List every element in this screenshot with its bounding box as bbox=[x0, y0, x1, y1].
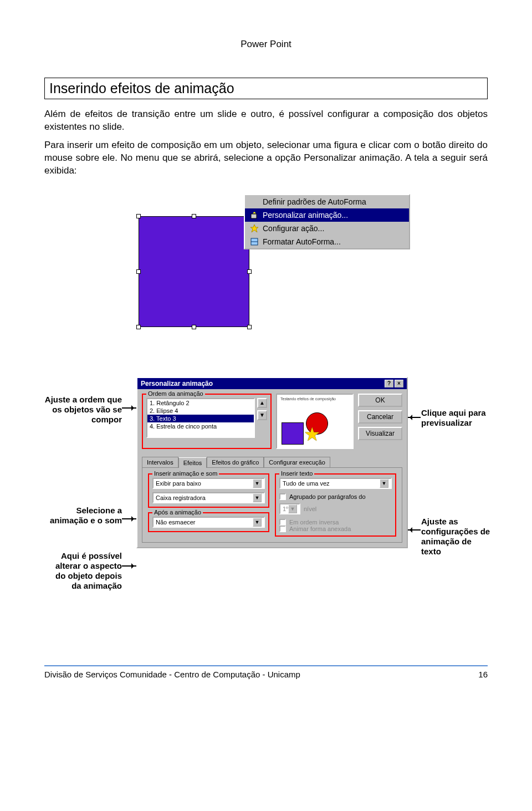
dialog-titlebar[interactable]: Personalizar animação ? × bbox=[137, 378, 407, 389]
level-label: nível bbox=[304, 506, 316, 512]
preview-button[interactable]: Visualizar bbox=[358, 427, 402, 440]
checkbox-label: Animar forma anexada bbox=[289, 526, 351, 532]
dialog-title-text: Personalizar animação bbox=[141, 380, 213, 387]
slide-preview: Testando efeitos de composição ★ bbox=[276, 394, 354, 449]
animation-icon bbox=[249, 210, 259, 220]
combo-value: Não esmaecer bbox=[156, 519, 196, 526]
page-number: 16 bbox=[478, 670, 488, 679]
preview-rectangle-icon bbox=[282, 422, 304, 445]
menu-item-label: Configurar ação... bbox=[263, 224, 324, 233]
annotation-after-animation: Aqui é possível alterar o aspecto do obj… bbox=[44, 551, 122, 591]
resize-handle[interactable] bbox=[136, 325, 141, 329]
resize-handle[interactable] bbox=[136, 214, 141, 218]
after-legend: Após a animação bbox=[152, 509, 203, 516]
group-paragraphs-checkbox[interactable]: Agrupado por parágrafos do bbox=[279, 493, 392, 500]
combo-value: Tudo de uma vez bbox=[283, 480, 330, 487]
menu-item-format-autoshape[interactable]: Formatar AutoForma... bbox=[245, 235, 409, 248]
figure-context-menu: Definir padrões de AutoForma Personaliza… bbox=[116, 194, 416, 344]
effects-pane: Inserir animação e som Exibir para baixo… bbox=[142, 467, 402, 543]
combo-value: Exibir para baixo bbox=[156, 480, 201, 487]
list-item[interactable]: 4. Estrela de cinco ponta bbox=[147, 422, 254, 430]
insert-text-legend: Inserir texto bbox=[279, 470, 314, 477]
ok-button[interactable]: OK bbox=[358, 394, 402, 407]
menu-item-configure-action[interactable]: Configurar ação... bbox=[245, 222, 409, 235]
selected-shape[interactable] bbox=[139, 216, 249, 327]
chevron-down-icon: ▼ bbox=[288, 504, 297, 513]
tab-chart-effects[interactable]: Efeitos do gráfico bbox=[207, 457, 264, 467]
resize-handle[interactable] bbox=[192, 214, 196, 218]
chevron-down-icon[interactable]: ▼ bbox=[253, 493, 262, 502]
footer-text: Divisão de Serviços Comunidade - Centro … bbox=[44, 670, 300, 679]
checkbox-icon bbox=[279, 526, 286, 532]
paragraph-1: Além de efeitos de transição entre um sl… bbox=[44, 108, 488, 134]
animation-combo[interactable]: Exibir para baixo ▼ bbox=[152, 478, 265, 489]
list-item[interactable]: 3. Texto 3 bbox=[147, 415, 254, 422]
menu-item-label: Personalizar animação... bbox=[263, 211, 348, 220]
chevron-down-icon[interactable]: ▼ bbox=[253, 518, 262, 527]
tab-intervals[interactable]: Intervalos bbox=[142, 457, 178, 467]
tab-configure-execution[interactable]: Configurar execução bbox=[264, 457, 330, 467]
checkbox-label: Em ordem inversa bbox=[289, 519, 339, 526]
preview-star-icon: ★ bbox=[304, 426, 320, 442]
sound-combo[interactable]: Caixa registradora ▼ bbox=[152, 492, 265, 503]
page-header: Power Point bbox=[44, 39, 488, 50]
svg-marker-1 bbox=[250, 225, 258, 232]
preview-caption: Testando efeitos de composição bbox=[280, 397, 349, 401]
order-fieldset: Ordem da animação 1. Retângulo 2 2. Elip… bbox=[142, 394, 272, 449]
purple-rectangle bbox=[139, 216, 249, 327]
context-menu: Definir padrões de AutoForma Personaliza… bbox=[244, 194, 410, 249]
help-button[interactable]: ? bbox=[385, 380, 393, 387]
blank-icon bbox=[249, 197, 259, 207]
menu-item-define-defaults[interactable]: Definir padrões de AutoForma bbox=[245, 195, 409, 208]
arrow-icon bbox=[122, 518, 136, 519]
arrow-icon bbox=[407, 417, 421, 418]
chevron-down-icon[interactable]: ▼ bbox=[253, 479, 262, 488]
annotation-preview: Clique aqui para previsualizar bbox=[421, 408, 493, 428]
tab-effects[interactable]: Efeitos bbox=[178, 457, 207, 468]
list-item[interactable]: 2. Elipse 4 bbox=[147, 407, 254, 415]
combo-value: Caixa registradora bbox=[156, 494, 206, 501]
after-animation-fieldset: Após a animação Não esmaecer ▼ bbox=[148, 512, 269, 532]
after-combo[interactable]: Não esmaecer ▼ bbox=[152, 517, 265, 528]
resize-handle[interactable] bbox=[247, 269, 252, 274]
format-icon bbox=[249, 237, 259, 247]
combo-value: 1º bbox=[283, 506, 288, 512]
checkbox-icon bbox=[279, 519, 286, 526]
insert-animation-fieldset: Inserir animação e som Exibir para baixo… bbox=[148, 473, 269, 508]
checkbox-icon[interactable] bbox=[279, 493, 286, 500]
svg-rect-0 bbox=[251, 214, 257, 218]
menu-item-label: Formatar AutoForma... bbox=[263, 237, 341, 246]
arrow-icon bbox=[407, 529, 421, 531]
customize-animation-dialog: Personalizar animação ? × Ordem da anima… bbox=[136, 377, 408, 548]
insert-text-fieldset: Inserir texto Tudo de uma vez ▼ Agrupado… bbox=[275, 473, 396, 537]
chevron-down-icon[interactable]: ▼ bbox=[380, 479, 388, 488]
annotation-text-settings: Ajuste as configurações de animação de t… bbox=[421, 517, 493, 557]
checkbox-label: Agrupado por parágrafos do bbox=[289, 493, 366, 500]
insert-anim-legend: Inserir animação e som bbox=[152, 470, 219, 477]
tab-strip: Intervalos Efeitos Efeitos do gráfico Co… bbox=[142, 457, 402, 467]
resize-handle[interactable] bbox=[247, 325, 252, 329]
resize-handle[interactable] bbox=[136, 269, 141, 274]
star-icon bbox=[249, 223, 259, 233]
section-title: Inserindo efeitos de animação bbox=[44, 78, 488, 99]
animate-attached-checkbox: Animar forma anexada bbox=[279, 526, 392, 532]
annotation-animation-sound: Selecione a animação e o som bbox=[44, 506, 122, 526]
cancel-button[interactable]: Cancelar bbox=[358, 410, 402, 424]
move-up-button[interactable]: ▲ bbox=[257, 398, 267, 408]
annotation-order: Ajuste a ordem que os objetos vão se com… bbox=[44, 395, 122, 425]
list-item[interactable]: 1. Retângulo 2 bbox=[147, 399, 254, 407]
move-down-button[interactable]: ▼ bbox=[257, 410, 267, 420]
resize-handle[interactable] bbox=[192, 325, 196, 329]
menu-item-customize-animation[interactable]: Personalizar animação... bbox=[245, 208, 409, 222]
close-button[interactable]: × bbox=[395, 380, 403, 387]
paragraph-2: Para inserir um efeito de composição em … bbox=[44, 139, 488, 177]
text-intro-combo[interactable]: Tudo de uma vez ▼ bbox=[279, 478, 392, 489]
menu-item-label: Definir padrões de AutoForma bbox=[263, 197, 366, 206]
arrow-icon bbox=[122, 565, 136, 567]
order-listbox[interactable]: 1. Retângulo 2 2. Elipse 4 3. Texto 3 4.… bbox=[146, 398, 255, 438]
arrow-icon bbox=[122, 407, 136, 409]
reverse-order-checkbox: Em ordem inversa bbox=[279, 519, 392, 526]
order-legend: Ordem da animação bbox=[146, 390, 205, 397]
level-combo: 1º ▼ bbox=[279, 503, 300, 514]
figure-dialog-annotated: Ajuste a ordem que os objetos vão se com… bbox=[44, 377, 488, 632]
